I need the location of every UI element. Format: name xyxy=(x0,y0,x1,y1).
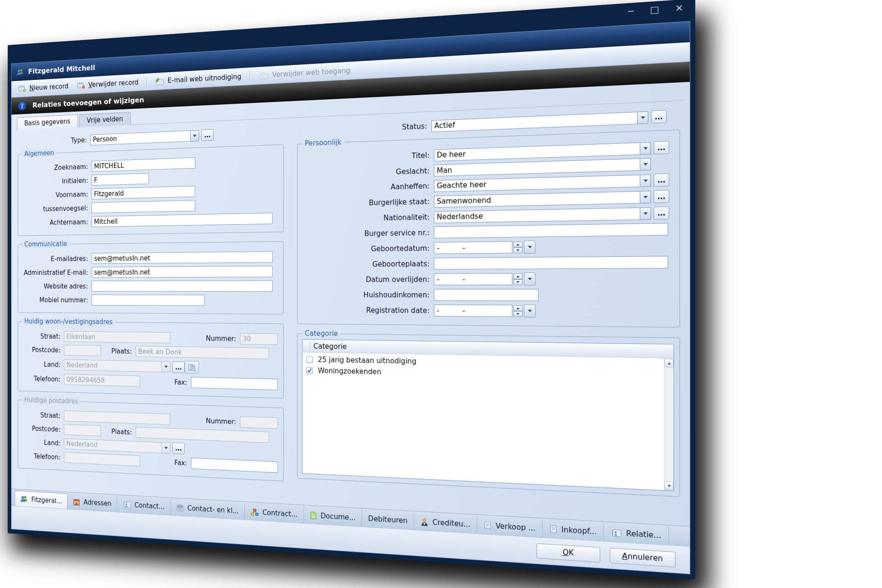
input-datum-overlijden[interactable]: - - xyxy=(434,273,512,285)
chevron-down-icon[interactable] xyxy=(640,142,650,154)
field-geboorteplaats-value xyxy=(435,256,668,269)
scroll-down-icon[interactable] xyxy=(664,481,673,490)
combobox-woon-land[interactable]: Nederland xyxy=(64,359,170,372)
ellipsis-button-woon-land[interactable]: … xyxy=(172,361,185,373)
close-button[interactable]: ✕ xyxy=(675,3,684,13)
spin-up-icon[interactable] xyxy=(514,273,523,279)
chevron-down-icon[interactable] xyxy=(161,442,170,453)
toolbar-nieuw-record[interactable]: Nieuw record xyxy=(15,80,73,95)
field-post-land: Nederland… xyxy=(64,438,185,454)
input-woon-straat[interactable]: Eikenlaan xyxy=(64,331,170,344)
chevron-down-icon[interactable] xyxy=(640,191,650,203)
chevron-down-icon[interactable] xyxy=(190,130,199,141)
field-woon-fax xyxy=(191,377,278,390)
input-achternaam[interactable]: Mitchell xyxy=(91,213,272,227)
input-geboorteplaats[interactable] xyxy=(434,256,668,270)
spin-up-icon[interactable] xyxy=(514,305,523,311)
group-communicatie: CommunicatieE-mailadres:sem@metusIn.netA… xyxy=(18,241,284,314)
input-administratief-email[interactable]: sem@metusIn.net xyxy=(91,266,272,278)
field-geboortedatum-label: Geboortedatum: xyxy=(303,244,434,254)
combobox-geslacht[interactable]: Man xyxy=(434,158,651,176)
input-post-straat[interactable] xyxy=(64,410,170,425)
ellipsis-button-aanheffen[interactable]: … xyxy=(654,173,669,187)
combobox-aanheffen[interactable]: Geachte heer xyxy=(434,174,651,192)
chevron-down-icon[interactable] xyxy=(640,175,650,186)
input-post-postcode[interactable] xyxy=(64,424,101,436)
combobox-nationaliteit[interactable]: Nederlandse xyxy=(434,207,651,223)
checkbox-unchecked-icon[interactable] xyxy=(306,356,313,363)
cancel-button[interactable]: Annuleren xyxy=(610,548,676,567)
contact-card-icon xyxy=(123,501,131,509)
combobox-post-land[interactable]: Nederland xyxy=(64,438,170,453)
date-dropdown-button[interactable] xyxy=(524,305,535,318)
maximize-button[interactable]: □ xyxy=(650,5,659,15)
input-woon-nummer[interactable]: 30 xyxy=(240,333,278,345)
toolbar-email-web-uitnodiging[interactable]: E-mail web uitnodiging xyxy=(151,70,246,87)
field-mobiel-nummer xyxy=(91,294,204,306)
tab-basis-gegevens[interactable]: Basis gegevens xyxy=(17,114,78,130)
ellipsis-button-status[interactable]: … xyxy=(651,110,667,124)
tab-vrije-velden[interactable]: Vrije velden xyxy=(79,112,131,127)
input-post-nummer[interactable] xyxy=(240,416,278,429)
input-post-fax[interactable] xyxy=(191,458,278,473)
spin-up-icon[interactable] xyxy=(514,241,523,247)
input-woon-fax[interactable] xyxy=(191,377,278,390)
spin-down-icon[interactable] xyxy=(514,311,523,317)
invoice-icon xyxy=(484,521,492,530)
categorie-list[interactable]: Categorie25 jarig bestaan uitnodigingWon… xyxy=(302,339,674,491)
input-post-plaats[interactable] xyxy=(136,427,269,443)
combobox-status[interactable]: Actief xyxy=(431,111,648,132)
field-post-land-value: Nederland xyxy=(64,439,161,453)
input-mobiel-nummer[interactable] xyxy=(91,294,204,306)
input-woon-postcode[interactable] xyxy=(64,345,101,356)
input-huishoudinkomen[interactable] xyxy=(434,289,538,301)
date-dropdown-button[interactable] xyxy=(524,241,535,254)
scrollbar[interactable] xyxy=(664,358,673,491)
date-spinner-geboortedatum[interactable] xyxy=(514,241,523,253)
bottom-tab-contactpersonen-label: Contact... xyxy=(135,501,165,511)
date-dropdown-button[interactable] xyxy=(524,272,535,285)
copy-address-button[interactable] xyxy=(185,361,199,374)
person-icon xyxy=(420,518,429,526)
ellipsis-button-burgerlijke-staat[interactable]: … xyxy=(654,190,669,203)
minimize-button[interactable]: ─ xyxy=(628,7,633,16)
ok-button[interactable]: OK xyxy=(537,543,600,562)
input-woon-telefoon[interactable]: 0958294658 xyxy=(64,374,140,387)
combobox-burgerlijke-staat[interactable]: Samenwonend xyxy=(434,191,651,208)
ellipsis-button-type[interactable]: … xyxy=(201,129,214,141)
input-voornaam[interactable]: Fitzgerald xyxy=(91,186,195,199)
spin-down-icon[interactable] xyxy=(514,247,523,253)
checkbox-checked-icon[interactable] xyxy=(306,367,313,374)
date-spinner-registration-date[interactable] xyxy=(514,305,523,317)
field-status-value: Actief xyxy=(432,112,637,131)
combobox-titel[interactable]: De heer xyxy=(434,142,651,161)
field-titel-value: De heer xyxy=(435,143,640,161)
input-emailadres[interactable]: sem@metusIn.net xyxy=(91,251,272,264)
input-registration-date[interactable]: - - xyxy=(434,305,512,317)
combobox-type[interactable]: Persoon xyxy=(90,130,199,145)
input-initialen[interactable]: F xyxy=(91,173,149,186)
chevron-down-icon[interactable] xyxy=(640,208,650,219)
ellipsis-button-titel[interactable]: … xyxy=(654,141,669,154)
ellipsis-button-nationaliteit[interactable]: … xyxy=(654,206,669,220)
scroll-up-icon[interactable] xyxy=(664,359,673,368)
input-woon-plaats[interactable]: Beek en Donk xyxy=(136,346,269,359)
chevron-down-icon[interactable] xyxy=(637,112,648,124)
spin-down-icon[interactable] xyxy=(514,279,523,285)
chevron-down-icon[interactable] xyxy=(640,158,650,170)
input-burger-service-nr[interactable] xyxy=(434,223,668,238)
ellipsis-button-post-land[interactable]: … xyxy=(172,442,185,454)
toolbar-nieuw-record-label: Nieuw record xyxy=(29,82,68,92)
field-post-land-label: Land: xyxy=(23,438,64,447)
tilted-window-scene: ─ □ ✕ Fitzgerald Mitchell Nieuw recordVe… xyxy=(8,0,695,580)
input-post-telefoon[interactable] xyxy=(64,452,140,466)
field-datum-overlijden-value: - - xyxy=(435,273,512,284)
input-website-adres[interactable] xyxy=(91,280,272,292)
toolbar-verwijder-record[interactable]: Verwijder record xyxy=(73,76,142,91)
field-post-postcode-label: Postcode: xyxy=(23,424,64,433)
input-geboortedatum[interactable]: - - xyxy=(434,241,512,254)
chevron-down-icon[interactable] xyxy=(161,362,170,372)
input-zoeknaam[interactable]: MITCHELL xyxy=(91,158,195,172)
input-tussenvoegsel[interactable] xyxy=(91,200,195,213)
date-spinner-datum-overlijden[interactable] xyxy=(514,273,523,285)
